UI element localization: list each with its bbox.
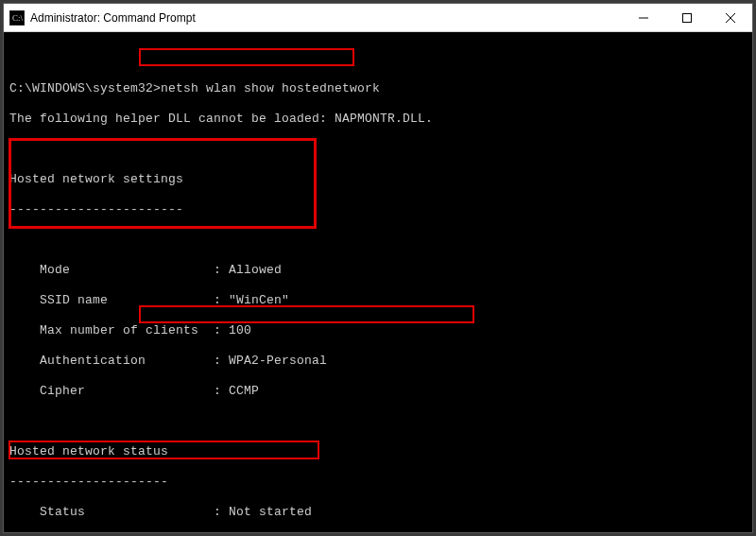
separator: ----------------------- <box>9 202 747 217</box>
label: Max number of clients : <box>9 323 229 337</box>
console-line: C:\WINDOWS\system32>netsh wlan show host… <box>9 81 747 96</box>
command-text: netsh wlan show hostednetwork <box>161 81 380 95</box>
setting-ssid: SSID name : "WinCen" <box>9 293 747 308</box>
value: WPA2-Personal <box>229 354 327 368</box>
console-area[interactable]: C:\WINDOWS\system32>netsh wlan show host… <box>4 32 752 532</box>
value: Not started <box>229 505 312 519</box>
label: SSID name : <box>9 293 229 307</box>
svg-rect-4 <box>683 13 692 22</box>
svg-text:C:\: C:\ <box>12 13 24 23</box>
window-title: Administrator: Command Prompt <box>30 11 622 25</box>
value: 100 <box>229 323 251 337</box>
console-line: The following helper DLL cannot be loade… <box>9 112 747 127</box>
prompt: C:\WINDOWS\system32> <box>9 81 161 95</box>
section-header: Hosted network settings <box>9 172 747 187</box>
value: "WinCen" <box>229 293 289 307</box>
label: Mode : <box>9 263 229 277</box>
status-line: Status : Not started <box>9 505 747 520</box>
console-line <box>9 142 747 157</box>
setting-cipher: Cipher : CCMP <box>9 384 747 399</box>
value: CCMP <box>229 384 259 398</box>
maximize-button[interactable] <box>665 4 709 31</box>
console-line <box>9 51 747 66</box>
label: Cipher : <box>9 384 229 398</box>
separator: --------------------- <box>9 475 747 490</box>
cmd-icon: C:\ <box>9 10 25 26</box>
setting-mode: Mode : Allowed <box>9 263 747 278</box>
label: Authentication : <box>9 354 229 368</box>
command-prompt-window: C:\ Administrator: Command Prompt C:\WIN… <box>3 3 753 533</box>
setting-auth: Authentication : WPA2-Personal <box>9 354 747 369</box>
setting-max-clients: Max number of clients : 100 <box>9 323 747 338</box>
console-line <box>9 233 747 248</box>
value: Allowed <box>229 263 282 277</box>
console-line <box>9 414 747 429</box>
titlebar[interactable]: C:\ Administrator: Command Prompt <box>4 4 752 32</box>
close-button[interactable] <box>709 4 752 31</box>
minimize-button[interactable] <box>622 4 665 31</box>
window-controls <box>622 4 752 31</box>
label: Status : <box>9 505 229 519</box>
section-header: Hosted network status <box>9 444 747 459</box>
